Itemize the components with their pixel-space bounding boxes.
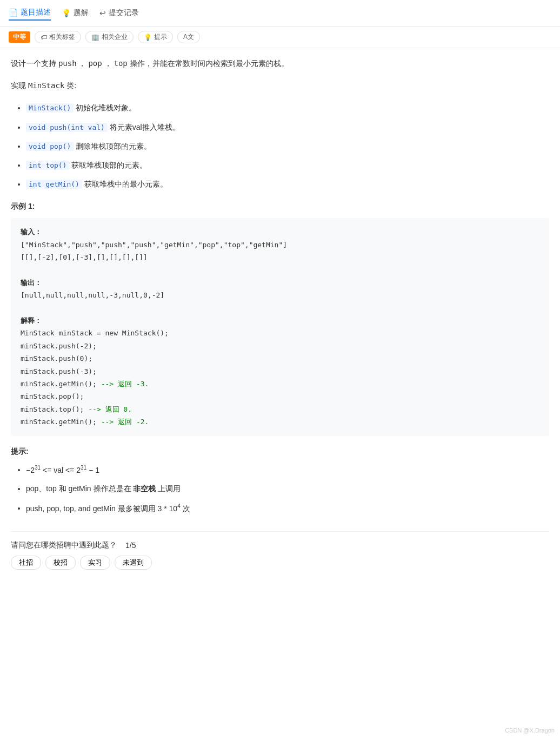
explain-line-1: MinStack minStack = new MinStack(); xyxy=(21,329,169,337)
explain-line-6: minStack.pop(); xyxy=(21,392,84,400)
survey-tag-0[interactable]: 社招 xyxy=(11,556,41,570)
hint-item-3: push, pop, top, and getMin 最多被调用 3 * 104… xyxy=(26,502,549,516)
method-desc-1: 初始化堆栈对象。 xyxy=(76,103,136,112)
input-section: 输入： ["MinStack","push","push","push","ge… xyxy=(21,226,539,263)
survey-question: 请问您在哪类招聘中遇到此题？ xyxy=(11,540,117,550)
survey-tag-3[interactable]: 未遇到 xyxy=(115,556,152,570)
method-desc-2: 将元素val推入堆栈。 xyxy=(110,123,180,131)
hint-item-2: pop、top 和 getMin 操作总是在 非空栈 上调用 xyxy=(26,482,549,496)
explain-line-2: minStack.push(-2); xyxy=(21,342,97,350)
company-label: 相关企业 xyxy=(102,32,128,42)
survey-tags: 社招 校招 实习 未遇到 xyxy=(11,556,549,570)
survey-row: 请问您在哪类招聘中遇到此题？ 1/5 xyxy=(11,540,549,550)
company-button[interactable]: 🏢 相关企业 xyxy=(85,31,134,43)
top-navigation: 📄 题目描述 💡 题解 ↩ 提交记录 xyxy=(0,0,560,27)
example-section: 示例 1: 输入： ["MinStack","push","push","pus… xyxy=(11,202,549,436)
example-box: 输入： ["MinStack","push","push","push","ge… xyxy=(11,218,549,436)
method-code-4: int top() xyxy=(26,161,69,170)
method-desc-5: 获取堆栈中的最小元素。 xyxy=(84,180,168,188)
nav-submissions-label: 提交记录 xyxy=(109,8,139,18)
difficulty-badge: 中等 xyxy=(9,31,30,43)
nav-submissions[interactable]: ↩ 提交记录 xyxy=(99,6,139,20)
translate-button[interactable]: A文 xyxy=(177,31,200,43)
method-item-1: MinStack() 初始化堆栈对象。 xyxy=(26,101,549,115)
tags-row: 中等 🏷 相关标签 🏢 相关企业 💡 提示 A文 xyxy=(0,27,560,48)
main-content: 设计一个支持 push ， pop ， top 操作，并能在常数时间内检索到最小… xyxy=(0,48,560,578)
input-line2: [[],[-2],[0],[-3],[],[],[],[]] xyxy=(21,253,148,261)
method-code-2: void push(int val) xyxy=(26,123,108,132)
watermark: CSDN @X.Dragon xyxy=(505,727,555,734)
translate-label: A文 xyxy=(183,32,194,42)
hints-title: 提示: xyxy=(11,447,549,457)
submissions-icon: ↩ xyxy=(99,9,106,17)
implement-prefix: 实现 MinStack 类: xyxy=(11,79,549,93)
hints-list: −231 <= val <= 231 − 1 pop、top 和 getMin … xyxy=(11,463,549,516)
nav-solution[interactable]: 💡 题解 xyxy=(62,6,89,20)
method-desc-3: 删除堆栈顶部的元素。 xyxy=(76,142,151,150)
related-tags-label: 相关标签 xyxy=(49,32,75,42)
output-label: 输出： xyxy=(21,279,42,287)
survey-tag-2[interactable]: 实习 xyxy=(80,556,110,570)
hint-label: 提示 xyxy=(154,32,167,42)
hint-item-1: −231 <= val <= 231 − 1 xyxy=(26,463,549,477)
hints-section: 提示: −231 <= val <= 231 − 1 pop、top 和 get… xyxy=(11,447,549,516)
explain-line-8: minStack.getMin(); --> 返回 -2. xyxy=(21,418,149,426)
survey-progress: 1/5 xyxy=(125,541,136,550)
company-icon: 🏢 xyxy=(91,34,99,41)
explain-line-4: minStack.push(-3); xyxy=(21,367,97,375)
nav-solution-label: 题解 xyxy=(74,8,89,18)
survey-tag-1[interactable]: 校招 xyxy=(45,556,76,570)
nav-description[interactable]: 📄 题目描述 xyxy=(9,5,51,21)
method-code-5: int getMin() xyxy=(26,180,82,189)
hint-icon: 💡 xyxy=(144,34,152,41)
method-item-3: void pop() 删除堆栈顶部的元素。 xyxy=(26,140,549,153)
related-tags-button[interactable]: 🏷 相关标签 xyxy=(35,31,81,43)
survey-section: 请问您在哪类招聘中遇到此题？ 1/5 社招 校招 实习 未遇到 xyxy=(11,531,549,570)
explain-line-3: minStack.push(0); xyxy=(21,354,92,362)
output-section: 输出： [null,null,null,null,-3,null,0,-2] xyxy=(21,276,539,302)
method-item-5: int getMin() 获取堆栈中的最小元素。 xyxy=(26,177,549,191)
methods-list: MinStack() 初始化堆栈对象。 void push(int val) 将… xyxy=(11,101,549,191)
method-code-3: void pop() xyxy=(26,142,74,151)
explain-section: 解释： MinStack minStack = new MinStack(); … xyxy=(21,314,539,428)
method-desc-4: 获取堆栈顶部的元素。 xyxy=(71,161,147,169)
method-item-2: void push(int val) 将元素val推入堆栈。 xyxy=(26,121,549,134)
example-title: 示例 1: xyxy=(11,202,549,212)
output-value: [null,null,null,null,-3,null,0,-2] xyxy=(21,291,164,299)
input-line1: ["MinStack","push","push","push","getMin… xyxy=(21,241,287,249)
input-label: 输入： xyxy=(21,228,42,236)
explain-label: 解释： xyxy=(21,316,42,325)
intro-text: 设计一个支持 push ， pop ， top 操作，并能在常数时间内检索到最小… xyxy=(11,57,549,70)
explain-line-5: minStack.getMin(); --> 返回 -3. xyxy=(21,380,149,388)
nav-description-label: 题目描述 xyxy=(21,8,51,17)
hint-button[interactable]: 💡 提示 xyxy=(138,31,173,43)
description-icon: 📄 xyxy=(9,8,18,17)
method-item-4: int top() 获取堆栈顶部的元素。 xyxy=(26,159,549,172)
solution-icon: 💡 xyxy=(62,9,71,17)
method-code-1: MinStack() xyxy=(26,103,74,113)
explain-line-7: minStack.top(); --> 返回 0. xyxy=(21,405,132,413)
tags-icon: 🏷 xyxy=(41,34,47,41)
